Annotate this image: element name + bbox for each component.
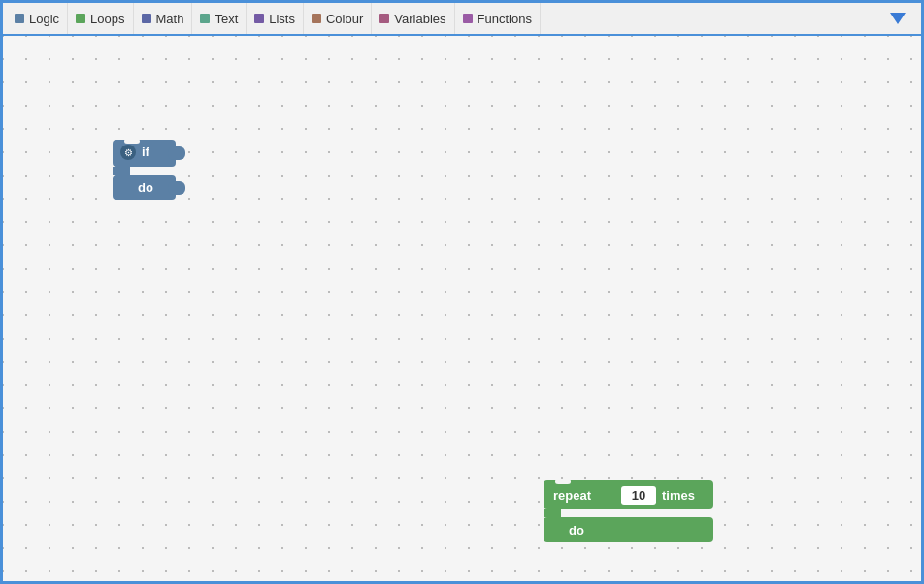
svg-rect-1 [168, 146, 185, 160]
toolbar-item-functions[interactable]: Functions [455, 3, 541, 34]
svg-rect-5 [168, 181, 185, 195]
repeat-block-svg: repeat 10 times do [544, 480, 723, 543]
variables-color-dot [380, 14, 389, 23]
toolbar-item-lists[interactable]: Lists [247, 3, 304, 34]
svg-text:⚙: ⚙ [124, 147, 133, 158]
svg-text:do: do [569, 523, 584, 537]
svg-text:if: if [142, 145, 150, 159]
svg-rect-15 [561, 509, 713, 517]
svg-text:do: do [138, 180, 153, 195]
svg-text:times: times [662, 488, 695, 503]
toolbar-label-math: Math [156, 12, 184, 26]
toolbar-label-logic: Logic [29, 12, 59, 26]
toolbar-label-text: Text [214, 12, 238, 26]
toolbar-item-loops[interactable]: Loops [68, 3, 133, 34]
toolbar-scroll-arrow[interactable] [890, 13, 906, 24]
toolbar-label-lists: Lists [269, 12, 295, 26]
text-color-dot [200, 14, 210, 23]
toolbar-label-colour: Colour [326, 12, 363, 26]
colour-color-dot [312, 14, 321, 23]
svg-text:repeat: repeat [553, 488, 592, 503]
toolbar-label-loops: Loops [90, 12, 124, 26]
toolbar-item-logic[interactable]: Logic [7, 3, 68, 34]
toolbar-label-functions: Functions [478, 12, 532, 26]
svg-rect-3 [113, 167, 130, 175]
svg-rect-2 [124, 140, 140, 144]
svg-rect-13 [544, 509, 561, 517]
if-block[interactable]: ⚙ if do [113, 140, 185, 206]
functions-color-dot [463, 14, 473, 23]
loops-color-dot [76, 14, 85, 23]
logic-color-dot [15, 14, 24, 23]
app-container: Logic Loops Math Text Lists Colour Varia… [0, 0, 924, 584]
math-color-dot [142, 14, 151, 23]
svg-text:10: 10 [632, 488, 645, 503]
svg-rect-6 [130, 167, 176, 175]
if-block-svg: ⚙ if do [113, 140, 185, 203]
toolbar: Logic Loops Math Text Lists Colour Varia… [3, 3, 921, 36]
toolbar-item-variables[interactable]: Variables [372, 3, 454, 34]
repeat-block[interactable]: repeat 10 times do [544, 480, 723, 546]
toolbar-label-variables: Variables [394, 12, 446, 26]
toolbar-item-text[interactable]: Text [192, 3, 247, 34]
svg-rect-12 [555, 480, 571, 484]
lists-color-dot [254, 14, 264, 23]
canvas-area[interactable]: ⚙ if do repeat [3, 36, 921, 581]
toolbar-item-math[interactable]: Math [134, 3, 193, 34]
toolbar-item-colour[interactable]: Colour [304, 3, 372, 34]
